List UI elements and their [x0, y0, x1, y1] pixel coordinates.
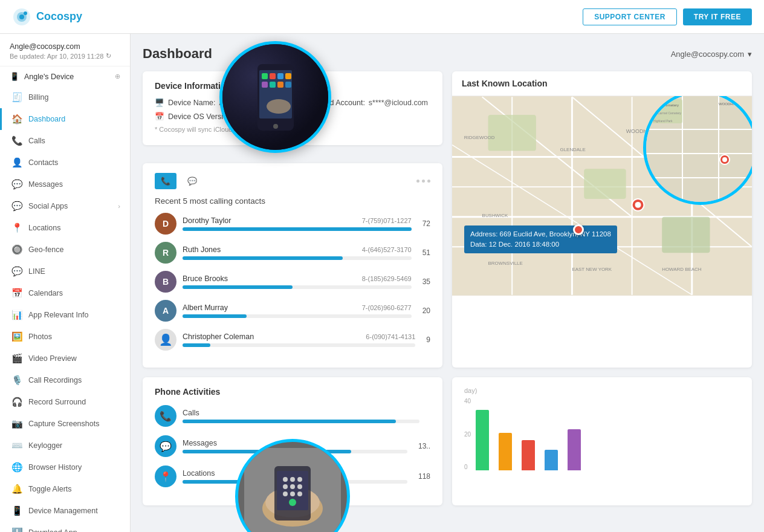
calendars-icon: 📅	[11, 288, 22, 299]
dot1	[416, 180, 419, 183]
svg-text:BUSHWICK: BUSHWICK	[482, 213, 508, 218]
sidebar-item-capture-screenshots[interactable]: 📷 Capture Screenshots	[0, 413, 130, 435]
page-title: Dashboard	[143, 46, 212, 62]
svg-point-59	[283, 477, 288, 482]
dashboard-user-email: Angle@cocospy.com	[671, 50, 744, 59]
support-center-button[interactable]: SUPPORT CENTER	[583, 8, 677, 25]
sidebar-item-browser-history-label: Browser History	[28, 463, 82, 472]
messages-count: 13..	[418, 442, 430, 450]
map-tooltip-1: Address: 669 Euclid Ave, Brooklyn, NY 11…	[464, 225, 617, 254]
sidebar-item-keylogger[interactable]: ⌨️ Keylogger	[0, 435, 130, 456]
sidebar-item-locations[interactable]: 📍 Locations	[0, 217, 130, 239]
line-icon: 💬	[11, 266, 22, 277]
activities-title: Phone Activities	[155, 387, 430, 397]
sidebar-item-photos[interactable]: 🖼️ Photos	[0, 326, 130, 348]
calls-icon: 📞	[11, 135, 22, 146]
svg-point-15	[267, 99, 291, 114]
svg-point-67	[297, 491, 302, 496]
billing-icon: 🧾	[11, 92, 22, 103]
svg-text:Highland Park: Highland Park	[653, 119, 673, 123]
sidebar-item-contacts[interactable]: 👤 Contacts	[0, 152, 130, 174]
sidebar-item-toggle-alerts-label: Toggle Alerts	[28, 485, 72, 493]
chart-label: day)	[464, 387, 740, 394]
sidebar-item-video-preview[interactable]: 🎬 Video Preview	[0, 348, 130, 369]
header-buttons: SUPPORT CENTER TRY IT FREE	[583, 8, 752, 25]
svg-point-68	[289, 499, 296, 506]
sidebar-item-download-app[interactable]: ⬇️ Download App	[0, 522, 130, 532]
try-free-button[interactable]: TRY IT FREE	[683, 8, 752, 25]
device-management-icon: 📱	[11, 505, 22, 516]
sidebar-item-capture-screenshots-label: Capture Screenshots	[28, 420, 99, 428]
sidebar-item-geo-fence[interactable]: 🔘 Geo-fence	[0, 239, 130, 261]
sidebar-email: Angle@cocospy.com	[10, 42, 120, 51]
calling-section-title: Recent 5 most calling contacts	[155, 196, 430, 206]
y-label-0: 0	[464, 464, 471, 470]
svg-point-61	[297, 477, 302, 482]
sidebar-item-billing-label: Billing	[28, 93, 48, 102]
svg-point-62	[283, 484, 288, 489]
map-card: Last Known Location	[452, 71, 752, 368]
map-address-1: Address: 669 Euclid Ave, Brooklyn, NY 11…	[470, 229, 611, 239]
svg-rect-12	[270, 82, 276, 88]
svg-text:GLENDALE: GLENDALE	[560, 147, 586, 152]
svg-text:Mt Carmel Cemetery: Mt Carmel Cemetery	[653, 111, 682, 115]
device-icon: 📱	[10, 72, 19, 81]
video-preview-icon: 🎬	[11, 353, 22, 364]
refresh-icon[interactable]: ↻	[106, 52, 111, 60]
sidebar-device-item[interactable]: 📱 Angle's Device ⊕	[0, 66, 130, 86]
top-row: Device Information 🖥️ Device Name: Angle…	[143, 71, 752, 377]
contact-row-4: 👤 Christopher Coleman 6-(090)741-4131 9	[155, 329, 430, 351]
svg-rect-28	[488, 115, 536, 151]
sidebar-item-device-management[interactable]: 📱 Device Management	[0, 500, 130, 522]
sidebar-item-toggle-alerts[interactable]: 🔔 Toggle Alerts	[0, 478, 130, 500]
svg-rect-14	[285, 82, 291, 88]
svg-point-6	[273, 124, 278, 129]
sidebar-item-calls[interactable]: 📞 Calls	[0, 130, 130, 152]
map-title: Last Known Location	[452, 71, 752, 96]
dot2	[422, 180, 425, 183]
contact-row-1: R Ruth Jones 4-(646)527-3170 51	[155, 242, 430, 264]
sidebar-item-calendars-label: Calendars	[28, 289, 63, 297]
svg-point-63	[290, 484, 295, 489]
app-header: Cocospy SUPPORT CENTER TRY IT FREE	[0, 0, 764, 34]
browser-history-icon: 🌐	[11, 462, 22, 473]
y-label-20: 20	[464, 431, 471, 438]
sidebar-item-messages[interactable]: 💬 Messages	[0, 174, 130, 195]
sidebar-item-record-surround[interactable]: 🎧 Record Surround	[0, 391, 130, 413]
svg-rect-30	[662, 217, 710, 253]
sidebar-item-contacts-label: Contacts	[28, 158, 58, 167]
social-apps-arrow-icon: ›	[118, 203, 120, 210]
sidebar-item-call-recordings[interactable]: 🎙️ Call Recordings	[0, 369, 130, 391]
sidebar-item-social-apps[interactable]: 💬 Social Apps ›	[0, 195, 130, 217]
locations-act-icon: 📍	[155, 465, 176, 487]
sidebar-item-browser-history[interactable]: 🌐 Browser History	[0, 456, 130, 478]
sidebar-item-app-relevant[interactable]: 📊 App Relevant Info	[0, 304, 130, 326]
y-label-40: 40	[464, 398, 471, 404]
messages-tab[interactable]: 💬	[181, 173, 203, 189]
svg-rect-29	[584, 169, 626, 199]
phone-circle-image	[219, 41, 331, 153]
sidebar-item-calendars[interactable]: 📅 Calendars	[0, 282, 130, 304]
svg-rect-7	[262, 73, 268, 79]
bottom-row: Phone Activities 📞 Calls 💬 Messages	[143, 377, 752, 515]
chart-area: 40 20 0	[464, 398, 740, 470]
sidebar-user-info: Angle@cocospy.com Be updated: Apr 10, 20…	[0, 34, 130, 66]
dashboard-user[interactable]: Angle@cocospy.com ▾	[671, 50, 752, 59]
msg-tab-icon: 💬	[187, 177, 197, 186]
geo-fence-icon: 🔘	[11, 244, 22, 255]
icloud-val: s****@icloud.com	[369, 99, 428, 107]
sidebar-nav: 🧾 Billing 🏠 Dashboard 📞 Calls 👤 Contacts…	[0, 86, 130, 532]
svg-text:RIDGEWOOD: RIDGEWOOD	[464, 135, 495, 140]
sidebar-item-billing[interactable]: 🧾 Billing	[0, 86, 130, 108]
sidebar-item-line[interactable]: 💬 LINE	[0, 261, 130, 282]
sidebar-item-dashboard[interactable]: 🏠 Dashboard	[0, 108, 130, 130]
calls-tab[interactable]: 📞	[155, 173, 176, 189]
social-apps-icon: 💬	[11, 201, 22, 212]
logo: Cocospy	[12, 7, 82, 27]
svg-point-60	[290, 477, 295, 482]
user-dropdown-icon: ▾	[748, 50, 752, 59]
map-data-1: Data: 12 Dec. 2016 18:48:00	[470, 239, 611, 250]
bar-col-2	[522, 440, 535, 470]
map-marker-lower	[573, 224, 584, 235]
contact-row-3: A Albert Murray 7-(026)960-6277 20	[155, 300, 430, 322]
